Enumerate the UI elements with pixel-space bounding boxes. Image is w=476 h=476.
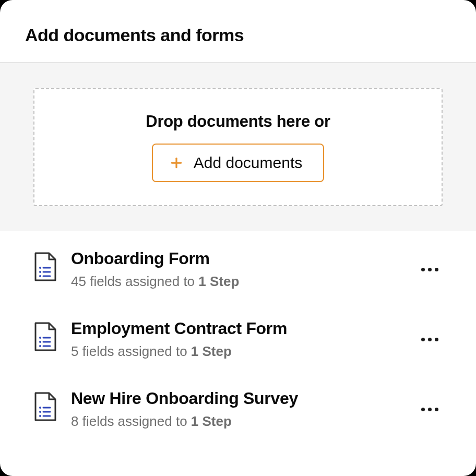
document-title: Onboarding Form [71,249,402,268]
add-documents-panel: Add documents and forms Drop documents h… [0,0,476,476]
document-row: New Hire Onboarding Survey 8 fields assi… [33,389,443,430]
document-subtitle: 5 fields assigned to 1 Step [71,343,402,360]
add-documents-label: Add documents [194,154,302,172]
document-info: Employment Contract Form 5 fields assign… [71,319,402,360]
document-info: Onboarding Form 45 fields assigned to 1 … [71,249,402,290]
document-dropzone[interactable]: Drop documents here or Add documents [33,88,443,206]
document-icon [33,392,56,421]
document-subtitle: 8 fields assigned to 1 Step [71,413,402,430]
more-options-button[interactable] [417,264,443,276]
svg-point-16 [39,411,41,413]
document-subtitle: 45 fields assigned to 1 Step [71,273,402,290]
document-icon [33,252,56,281]
document-title: Employment Contract Form [71,319,402,338]
document-row: Onboarding Form 45 fields assigned to 1 … [33,249,443,290]
svg-point-2 [39,267,41,269]
document-row: Employment Contract Form 5 fields assign… [33,319,443,360]
document-icon [33,322,56,351]
more-icon [421,338,425,341]
panel-header: Add documents and forms [0,0,476,63]
svg-point-4 [39,271,41,273]
svg-point-8 [39,337,41,339]
more-options-button[interactable] [417,334,443,346]
plus-icon [170,156,183,170]
add-documents-button[interactable]: Add documents [152,144,324,182]
dropzone-container: Drop documents here or Add documents [0,63,476,231]
documents-list: Onboarding Form 45 fields assigned to 1 … [0,231,476,430]
more-icon [421,408,425,411]
more-icon [421,268,425,271]
more-options-button[interactable] [417,403,443,415]
document-title: New Hire Onboarding Survey [71,389,402,408]
panel-title: Add documents and forms [25,25,451,45]
svg-point-14 [39,407,41,409]
svg-point-6 [39,275,41,277]
svg-point-10 [39,341,41,343]
dropzone-text: Drop documents here or [146,112,330,131]
svg-point-18 [39,415,41,417]
document-info: New Hire Onboarding Survey 8 fields assi… [71,389,402,430]
svg-point-12 [39,345,41,347]
